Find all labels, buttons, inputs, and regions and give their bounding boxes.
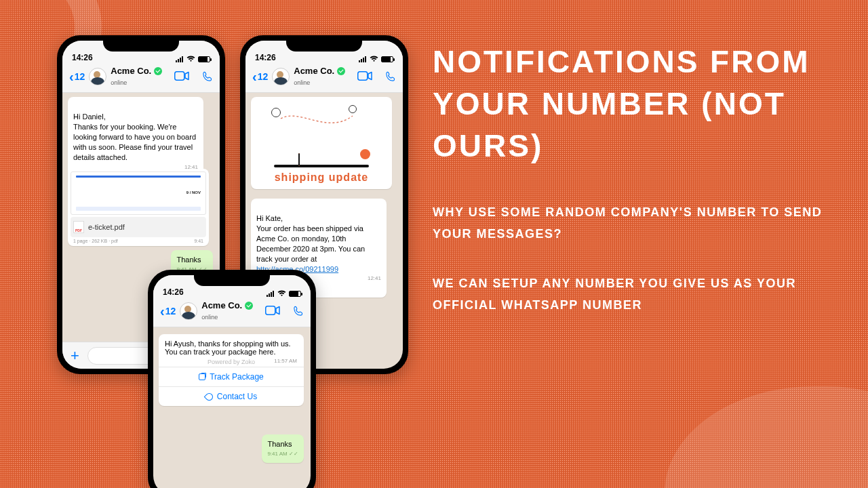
back-button[interactable]: ‹12 <box>160 304 176 319</box>
notch <box>103 37 179 52</box>
verified-icon <box>154 67 162 75</box>
battery-icon <box>198 56 210 62</box>
presence: online <box>111 79 127 86</box>
doc-preview: 9 / NOV <box>71 171 206 215</box>
phone-screen: 14:26 ‹12 Acme Co. online <box>153 275 311 488</box>
message-text: Hi Daniel, Thanks for your booking. We'r… <box>73 113 196 161</box>
status-icons <box>267 290 301 297</box>
presence: online <box>201 314 218 321</box>
chat-header: ‹12 Acme Co. online <box>245 64 403 93</box>
notch <box>286 37 362 52</box>
message-text: Hi Ayush, thanks for shopping with us. Y… <box>159 334 304 359</box>
wifi-icon <box>186 56 195 62</box>
button-label: Track Package <box>210 372 264 382</box>
contact-block[interactable]: Acme Co. online <box>111 66 162 87</box>
file-meta: 1 page · 262 KB · pdf <box>73 239 118 243</box>
attach-button[interactable]: + <box>71 347 79 365</box>
action-card: Hi Ayush, thanks for shopping with us. Y… <box>159 334 304 406</box>
verified-icon <box>337 67 345 75</box>
subhead-2: WE CAN SETUP ANY NUMBER YOU GIVE US AS Y… <box>433 273 841 316</box>
contact-us-button[interactable]: Contact Us <box>159 386 304 406</box>
battery-icon <box>381 56 393 62</box>
battery-icon <box>289 291 301 297</box>
message-time: 11:57 AM <box>274 358 297 364</box>
shipping-title: shipping update <box>256 171 387 184</box>
contact-name: Acme Co. <box>294 66 334 76</box>
chat-header: ‹12 Acme Co. online <box>153 298 311 327</box>
avatar[interactable] <box>89 68 106 85</box>
file-bar: PDF e-ticket.pdf <box>71 217 206 237</box>
status-icons <box>359 56 393 62</box>
wifi-icon <box>370 56 378 62</box>
contact-name: Acme Co. <box>201 301 242 310</box>
pdf-attachment[interactable]: 9 / NOV PDF e-ticket.pdf 1 page · 262 KB… <box>68 169 209 246</box>
file-time: 9:41 <box>194 239 203 243</box>
pdf-icon: PDF <box>73 221 84 233</box>
back-button[interactable]: ‹12 <box>69 69 85 85</box>
presence: online <box>294 79 310 86</box>
chat-header: ‹12 Acme Co. online <box>62 64 220 93</box>
unread-badge: 12 <box>165 306 176 317</box>
ticket-date: 9 / NOV <box>186 190 201 195</box>
voice-call-icon[interactable] <box>384 71 396 83</box>
signal-icon <box>359 56 367 62</box>
unread-badge: 12 <box>258 71 269 82</box>
outgoing-reply: Thanks 9:41 AM ✓✓ <box>262 434 304 463</box>
reply-time: 9:41 AM ✓✓ <box>267 451 298 458</box>
file-name: e-ticket.pdf <box>88 223 125 231</box>
contact-block[interactable]: Acme Co. online <box>201 301 253 321</box>
wifi-icon <box>277 290 286 297</box>
unread-badge: 12 <box>75 71 85 82</box>
clock: 14:26 <box>163 287 184 297</box>
subhead-1: WHY USE SOME RANDOM COMPANY'S NUMBER TO … <box>433 202 841 245</box>
track-package-button[interactable]: Track Package <box>159 367 304 386</box>
shipping-card: shipping update <box>251 97 392 189</box>
status-icons <box>176 56 210 62</box>
avatar[interactable] <box>272 68 290 85</box>
voice-call-icon[interactable] <box>292 306 304 317</box>
button-label: Contact Us <box>217 392 257 401</box>
avatar[interactable] <box>180 302 197 320</box>
reply-text: Thanks <box>267 440 292 448</box>
external-link-icon <box>199 373 205 380</box>
marketing-copy: NOTIFICATIONS FROM YOUR NUMBER (NOT OURS… <box>433 41 841 316</box>
video-call-icon[interactable] <box>357 71 372 81</box>
decor-blob-bottom-right <box>665 386 868 488</box>
notch <box>194 271 270 286</box>
promo-canvas: NOTIFICATIONS FROM YOUR NUMBER (NOT OURS… <box>0 0 868 488</box>
phone-icon <box>204 392 215 403</box>
chat-body: Hi Ayush, thanks for shopping with us. Y… <box>153 327 311 488</box>
signal-icon <box>176 56 184 62</box>
reply-text: Thanks <box>176 256 201 264</box>
message-text: Hi Kate, Your order has been shipped via… <box>256 214 365 262</box>
back-button[interactable]: ‹12 <box>252 69 268 85</box>
contact-block[interactable]: Acme Co. online <box>294 66 345 87</box>
phone-mockup-actions: 14:26 ‹12 Acme Co. online <box>148 270 316 488</box>
clock: 14:26 <box>72 53 93 62</box>
shipping-illustration <box>256 102 387 167</box>
voice-call-icon[interactable] <box>201 71 213 83</box>
svg-rect-2 <box>266 306 275 314</box>
contact-name: Acme Co. <box>111 66 151 76</box>
svg-rect-0 <box>175 71 184 80</box>
signal-icon <box>267 291 275 297</box>
headline: NOTIFICATIONS FROM YOUR NUMBER (NOT OURS… <box>433 41 841 167</box>
video-call-icon[interactable] <box>265 306 280 315</box>
phone-cluster: 14:26 ‹12 Acme Co. online <box>0 0 434 488</box>
svg-rect-1 <box>358 71 368 80</box>
clock: 14:26 <box>255 53 276 62</box>
verified-icon <box>245 302 253 310</box>
video-call-icon[interactable] <box>174 71 189 81</box>
